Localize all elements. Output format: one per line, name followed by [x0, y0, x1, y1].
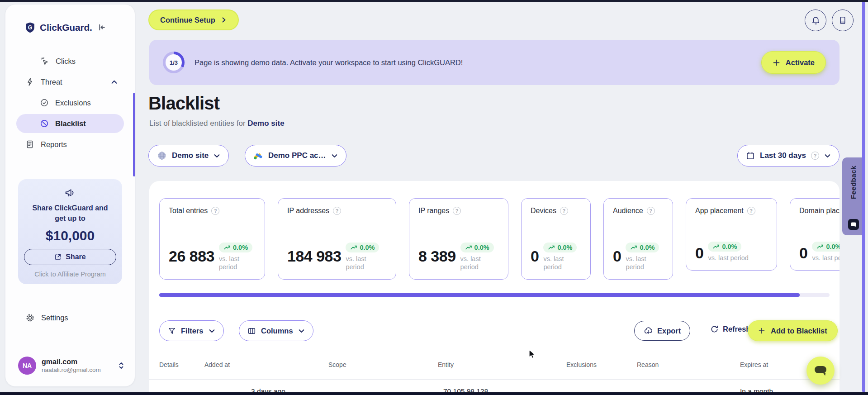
bell-icon: [811, 16, 821, 25]
lightning-icon: [25, 77, 34, 86]
continue-setup-label: Continue Setup: [160, 16, 215, 24]
megaphone-icon: [24, 186, 117, 199]
share-button[interactable]: Share: [24, 249, 116, 265]
stat-card-audience: Audience? 0 0.0% vs. last period: [603, 198, 673, 280]
stat-label: Domain placement: [799, 207, 840, 215]
affiliate-link[interactable]: Click to Affiliate Program: [24, 271, 117, 278]
continue-setup-button[interactable]: Continue Setup: [148, 10, 239, 30]
column-header-details[interactable]: Details: [159, 361, 179, 368]
sidebar-collapse-icon[interactable]: [97, 23, 106, 32]
chat-bubble-icon: [813, 364, 828, 377]
stat-value: 184 983: [287, 248, 341, 264]
stat-card-total-entries: Total entries? 26 883 0.0% vs. last peri…: [159, 198, 265, 280]
trend-up-icon: [548, 244, 555, 251]
stat-value: 0: [799, 245, 807, 261]
column-header-reason[interactable]: Reason: [637, 361, 659, 368]
help-icon[interactable]: ?: [647, 207, 655, 215]
page-subtitle-text: List of blacklisted entities for: [149, 119, 246, 128]
chat-widget-button[interactable]: [806, 357, 835, 385]
trend-up-icon: [223, 244, 231, 251]
date-range-selector[interactable]: Last 30 days ?: [737, 145, 840, 167]
affiliate-promo-card[interactable]: Share ClickGuard and get up to $10,000 S…: [18, 179, 122, 284]
refresh-button[interactable]: Refresh: [710, 325, 750, 333]
account-email: naatali.ro@gmail.com: [42, 366, 101, 374]
filters-label: Filters: [181, 327, 204, 335]
columns-button[interactable]: Columns: [239, 320, 313, 341]
column-header-scope[interactable]: Scope: [328, 361, 346, 368]
stat-caption: vs. last period: [460, 255, 487, 271]
site-selector[interactable]: Demo site: [148, 145, 229, 167]
refresh-icon: [710, 325, 719, 333]
sidebar-item-blacklist[interactable]: Blacklist: [16, 114, 124, 133]
window-top-edge: [0, 0, 868, 2]
promo-line2: get up to: [24, 213, 117, 224]
ppc-account-selector[interactable]: Demo PPC ac…: [245, 145, 346, 167]
column-header-expires-at[interactable]: Expires at: [740, 361, 768, 368]
select-caret-icon: [118, 362, 125, 370]
sidebar-nav: Clicks Threat Exclusions Blacklist: [5, 50, 135, 156]
table-header-divider: [149, 379, 840, 380]
calendar-icon: [746, 151, 755, 160]
help-icon[interactable]: ?: [211, 207, 219, 215]
chevron-up-icon[interactable]: [111, 79, 118, 86]
trend-up-icon: [712, 243, 720, 250]
activate-label: Activate: [786, 58, 815, 67]
share-button-label: Share: [66, 253, 85, 261]
banner-message: Page is showing demo data. Activate your…: [194, 58, 463, 67]
help-icon[interactable]: ?: [453, 207, 461, 215]
stat-card-ip-addresses: IP addresses? 184 983 0.0% vs. last peri…: [278, 198, 396, 280]
content-panel: Total entries? 26 883 0.0% vs. last peri…: [149, 181, 840, 395]
cards-horizontal-scrollbar[interactable]: [159, 293, 830, 297]
sidebar-item-label: Reports: [41, 140, 67, 149]
stat-caption: vs. last period: [626, 255, 652, 271]
sidebar-item-reports[interactable]: Reports: [16, 135, 124, 154]
help-icon[interactable]: ?: [560, 207, 568, 215]
column-header-exclusions[interactable]: Exclusions: [566, 361, 597, 368]
sidebar-item-label: Threat: [41, 78, 62, 86]
page-subtitle-target: Demo site: [247, 119, 284, 128]
account-name: gmail.com: [42, 357, 101, 366]
sidebar-item-settings[interactable]: Settings: [25, 313, 68, 323]
stat-label: Audience: [613, 207, 643, 215]
stat-label: IP ranges: [418, 207, 449, 215]
cloud-download-icon: [644, 326, 653, 335]
docs-button[interactable]: [832, 10, 854, 31]
sidebar-item-exclusions[interactable]: Exclusions: [16, 93, 124, 112]
scrollbar-thumb[interactable]: [159, 293, 800, 297]
export-label: Export: [657, 327, 681, 335]
trend-up-icon: [630, 244, 637, 251]
setup-progress-step: 1/3: [166, 54, 182, 71]
column-header-entity[interactable]: Entity: [438, 361, 454, 368]
blacklist-page: { "sidebar": { "brand": "ClickGuard.", "…: [0, 0, 868, 395]
help-icon[interactable]: ?: [333, 207, 341, 215]
feedback-tab[interactable]: Feedback: [842, 157, 865, 235]
page-subtitle: List of blacklisted entities for Demo si…: [149, 119, 285, 128]
gear-icon: [25, 313, 35, 323]
feedback-label: Feedback: [849, 166, 858, 199]
brand-logo[interactable]: G ClickGuard.: [24, 22, 92, 33]
notifications-button[interactable]: [805, 10, 826, 31]
trend-up-icon: [350, 244, 357, 251]
globe-icon: [157, 151, 167, 161]
chevron-down-icon: [209, 328, 215, 334]
delta-badge: 0.0%: [543, 243, 577, 252]
account-switcher[interactable]: NA gmail.com naatali.ro@gmail.com: [18, 357, 125, 375]
page-vertical-scrollbar[interactable]: [862, 0, 865, 392]
column-header-added-at[interactable]: Added at: [204, 361, 230, 368]
stat-card-domain-placement: Domain placement? 0 0.0% vs. last period: [790, 198, 840, 271]
help-icon[interactable]: ?: [747, 207, 755, 215]
stat-card-ip-ranges: IP ranges? 8 389 0.0% vs. last period: [409, 198, 508, 280]
seal-check-icon: [40, 98, 49, 107]
add-to-blacklist-button[interactable]: Add to Blacklist: [748, 320, 838, 341]
stat-caption: vs. last period: [219, 255, 245, 271]
filters-button[interactable]: Filters: [159, 320, 224, 341]
brand-name: ClickGuard.: [40, 22, 92, 33]
stat-caption: vs. last period: [346, 255, 372, 271]
export-button[interactable]: Export: [634, 321, 690, 341]
sidebar-scroll-indicator[interactable]: [133, 93, 135, 176]
sidebar-item-clicks[interactable]: Clicks: [16, 52, 124, 71]
stat-value: 8 389: [418, 248, 456, 264]
external-link-icon: [54, 253, 62, 261]
activate-button[interactable]: Activate: [761, 51, 826, 74]
sidebar-item-threat[interactable]: Threat: [16, 72, 124, 91]
